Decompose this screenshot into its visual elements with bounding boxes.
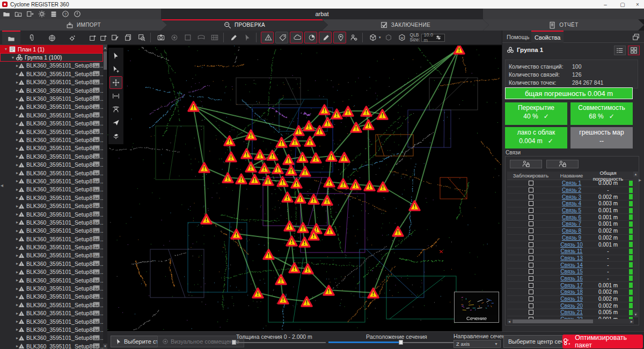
lock-checkbox[interactable] — [529, 256, 533, 261]
tree-item-setup[interactable]: ▸!BLK360_3595101_Setup875 ... — [0, 218, 103, 226]
station-warning-marker[interactable]: ! — [200, 213, 213, 225]
station-warning-marker[interactable]: ! — [230, 228, 243, 240]
thickness-slider-thumb[interactable] — [232, 340, 236, 345]
link-name[interactable]: Связь 8 — [562, 228, 581, 234]
tree-item-setup[interactable]: ▸!BLK360_3595101_Setup864 ... — [0, 128, 103, 136]
grid-view-button[interactable] — [628, 46, 640, 55]
visual-alignment-button[interactable]: Визуальное совмещение — [157, 336, 244, 347]
station-warning-marker[interactable]: ! — [324, 225, 336, 236]
zoom-window-icon[interactable] — [136, 32, 148, 43]
tab-help[interactable]: Помощь — [503, 31, 533, 43]
link-name[interactable]: Связь 18 — [560, 289, 583, 295]
lock-checkbox[interactable] — [529, 249, 533, 254]
tree-item-setup[interactable]: ▸!BLK360_3595101_Setup856 ... — [0, 70, 103, 78]
station-warning-marker[interactable]: ! — [275, 137, 288, 148]
section-minimap[interactable]: Сечение — [454, 292, 499, 323]
sidebar-tab-web[interactable] — [43, 31, 61, 45]
station-warning-marker[interactable]: ! — [362, 119, 375, 130]
link-row[interactable]: Связь 16- — [507, 276, 634, 283]
unlock-links-button[interactable] — [546, 160, 579, 168]
station-warning-marker[interactable]: ! — [296, 152, 309, 163]
direction-dropdown[interactable]: Z axis▼ — [453, 340, 501, 348]
station-warning-marker[interactable]: ! — [266, 150, 279, 161]
tree-item-setup[interactable]: ▸!BLK360_3595101_Setup881 ... — [0, 268, 103, 276]
draw-tool-icon[interactable] — [228, 32, 240, 43]
links-table-hscrollbar[interactable]: ◄ ► — [507, 319, 634, 324]
lock-links-button[interactable] — [510, 160, 542, 168]
minimize-button[interactable]: – — [599, 0, 612, 9]
bounds-box-icon[interactable] — [383, 32, 394, 43]
lock-checkbox[interactable] — [529, 269, 533, 274]
tree-item-setup[interactable]: ▸!BLK360_3595101_Setup867 ... — [0, 152, 103, 160]
link-row[interactable]: Связь 170.001 m — [507, 282, 634, 289]
tab-report[interactable]: ОТЧЁТ — [483, 19, 644, 31]
tree-item-setup[interactable]: ▸!BLK360_3595101_Setup879 ... — [0, 251, 103, 259]
link-name[interactable]: Связь 17 — [560, 283, 583, 288]
tree-item-setup[interactable]: ▸!BLK360_3595101_Setup855 ... — [0, 62, 103, 70]
thumbnail-icon[interactable] — [93, 277, 100, 283]
thumbnail-icon[interactable] — [93, 187, 100, 192]
link-name[interactable]: Связь 3 — [562, 194, 581, 200]
duplicate-view-icon[interactable] — [122, 32, 134, 43]
tree-item-setup[interactable]: ▸!BLK360_3595101_Setup865 ... — [0, 136, 103, 144]
tree-item-group[interactable]: ▾ Группа 1 (100) — [0, 53, 103, 61]
station-warning-marker[interactable]: ! — [254, 149, 266, 160]
multi-select-tool[interactable] — [109, 63, 122, 76]
link-row[interactable]: Связь 210.005 m — [507, 309, 634, 316]
lock-checkbox[interactable] — [529, 263, 533, 268]
lock-checkbox[interactable] — [529, 188, 533, 192]
tree-item-setup[interactable]: ▸!BLK360_3595101_Setup857 ... — [0, 78, 103, 86]
tree-item-setup[interactable]: ▸!BLK360_3595101_Setup873 ... — [0, 202, 103, 210]
link-row[interactable]: Связь 60.001 m — [507, 214, 634, 221]
station-warning-marker[interactable]: ! — [245, 129, 257, 140]
station-warning-marker[interactable]: ! — [376, 109, 389, 120]
close-button[interactable]: × — [631, 0, 644, 9]
toggle-links[interactable] — [319, 32, 332, 43]
link-row[interactable]: Связь 15- — [507, 269, 634, 276]
station-warning-marker[interactable]: ! — [283, 220, 296, 232]
tree-item-setup[interactable]: ▸!BLK360_3595101_Setup891 ... — [0, 342, 103, 349]
link-row[interactable]: Связь 30.002 m — [507, 194, 634, 201]
station-warning-marker[interactable]: ! — [272, 163, 284, 174]
tree-item-setup[interactable]: ▸!BLK360_3595101_Setup883 ... — [0, 284, 103, 292]
tree-item-setup[interactable]: ▸!BLK360_3595101_Setup869 ... — [0, 169, 103, 177]
thumbnail-icon[interactable] — [93, 153, 100, 159]
station-warning-marker[interactable]: ! — [235, 173, 247, 184]
link-name[interactable]: Связь 5 — [562, 207, 581, 213]
station-warning-marker[interactable]: ! — [299, 166, 311, 177]
lock-checkbox[interactable] — [529, 195, 533, 199]
new-project-icon[interactable] — [13, 10, 24, 18]
open-project-icon[interactable] — [1, 10, 12, 18]
station-warning-marker[interactable]: ! — [349, 179, 362, 190]
view-cube-caret[interactable]: ▾ — [379, 35, 381, 40]
ortho-view-icon[interactable] — [182, 32, 194, 43]
station-warning-marker[interactable]: ! — [338, 152, 350, 163]
link-name[interactable]: Связь 6 — [562, 214, 581, 220]
map-canvas-area[interactable]: !!!!!!!!!!!!!!!!!!!!!!!!!!!!!!!!!!!!!!!!… — [107, 46, 502, 331]
position-slider-thumb[interactable] — [399, 340, 403, 345]
tree-item-setup[interactable]: ▸!BLK360_3595101_Setup887 ... — [0, 317, 103, 325]
station-warning-marker[interactable]: ! — [392, 226, 404, 237]
tree-item-setup[interactable]: ▸!BLK360_3595101_Setup890 ... — [0, 334, 103, 342]
tree-item-setup[interactable]: ▸!BLK360_3595101_Setup884 ... — [0, 293, 103, 301]
link-row[interactable]: Связь 11- — [507, 248, 634, 255]
thumbnail-icon[interactable] — [93, 253, 100, 258]
station-warning-marker[interactable]: ! — [282, 154, 295, 165]
undock-panel-icon[interactable] — [631, 32, 641, 41]
tab-properties[interactable]: Свойства — [531, 31, 564, 43]
toggle-coverage[interactable] — [304, 32, 317, 43]
image-grid-icon[interactable] — [209, 32, 221, 43]
lock-checkbox[interactable] — [529, 310, 533, 315]
lock-checkbox[interactable] — [529, 208, 533, 213]
link-name[interactable]: Связь 20 — [560, 303, 583, 309]
station-warning-marker[interactable]: ! — [301, 296, 313, 307]
view-cube-icon[interactable] — [367, 32, 379, 43]
station-warning-marker[interactable]: ! — [275, 274, 287, 285]
thumbnail-icon[interactable] — [93, 137, 100, 142]
link-name[interactable]: Связь 13 — [560, 255, 583, 261]
thumbnail-icon[interactable] — [93, 302, 100, 307]
link-name[interactable]: Связь 11 — [561, 248, 583, 254]
thumbnail-icon[interactable] — [93, 170, 100, 175]
tab-finalize[interactable]: ЗАКЛЮЧЕНИЕ — [322, 19, 489, 31]
tab-import[interactable]: ИМПОРТ — [0, 19, 167, 31]
